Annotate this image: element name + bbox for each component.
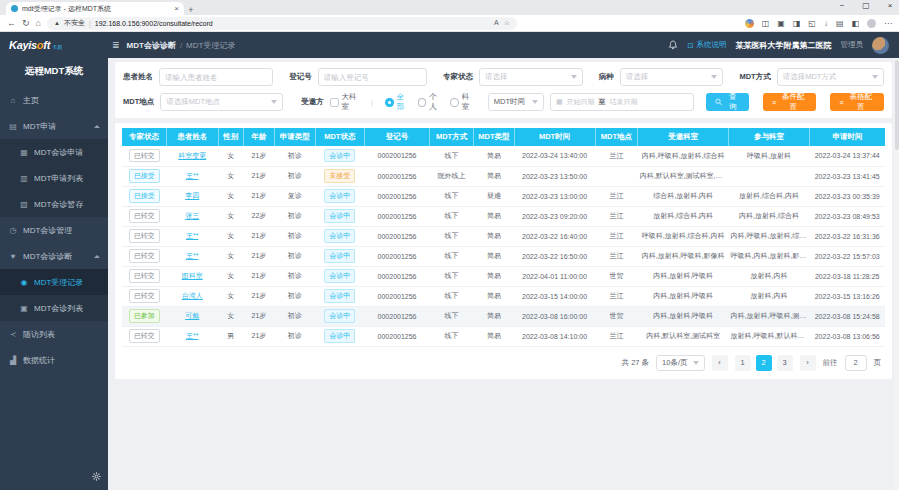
patient-name-link[interactable]: 王** (186, 252, 198, 259)
table-config-button[interactable]: ≡表格配置 (830, 93, 884, 111)
back-icon[interactable]: ← (7, 19, 16, 28)
expert-status-cell: 已转交 (122, 146, 166, 166)
url-field[interactable]: ▲ 不安全 | 192.168.0.156:9002/consultate/re… (47, 17, 517, 30)
sex-cell: 女 (218, 226, 243, 246)
patient-name-link[interactable]: 可戴 (185, 312, 199, 319)
sidebar-item-mdt-apply[interactable]: ▤MDT申请 (0, 113, 108, 139)
condition-config-button[interactable]: ≡条件配置 (763, 93, 817, 111)
patient-name-link[interactable]: 科室变更 (178, 152, 206, 159)
more-icon[interactable]: ⋯ (884, 19, 892, 28)
apply-type-cell: 初诊 (275, 166, 315, 186)
patient-name-input[interactable] (159, 68, 273, 86)
sidebar-item-accept-record[interactable]: ◉MDT受理记录 (0, 269, 108, 295)
mdt-status-cell: 会诊中 (315, 286, 365, 306)
maximize-button[interactable]: ▢ (861, 1, 871, 10)
sidebar-item-followup-list[interactable]: ≺随访列表 (0, 321, 108, 347)
notification-bell-icon[interactable] (668, 40, 678, 50)
invitee-radio-科室[interactable]: 科室 (450, 92, 476, 112)
table-row: 已转交王**女21岁初诊会诊中0002001256线下简易2022-03-22 … (122, 226, 885, 246)
page-button-1[interactable]: 1 (735, 355, 751, 371)
patient-name-link[interactable]: 王** (186, 232, 198, 239)
next-page-button[interactable]: › (800, 355, 816, 371)
register-no-cell: 0002001256 (365, 226, 430, 246)
mdt-mode-select[interactable]: 请选择MDT方式 (777, 68, 884, 86)
mdt-place-select[interactable]: 请选择MDT地点 (160, 93, 283, 111)
big-dept-checkbox[interactable]: 大科室 (330, 92, 363, 112)
downloads-icon[interactable]: ↓ (824, 19, 828, 28)
search-button[interactable]: 查询 (706, 93, 749, 111)
expert-status-cell: 已转交 (122, 266, 166, 286)
page-button-2[interactable]: 2 (756, 355, 772, 371)
breadcrumb: MDT会诊诊断 / MDT受理记录 (127, 40, 236, 51)
sidebar-item-apply-list[interactable]: ▥MDT申请列表 (0, 165, 108, 191)
mdt-place-cell: 兰江 (595, 226, 638, 246)
copilot-icon[interactable] (745, 19, 754, 28)
page-button-3[interactable]: 3 (777, 355, 793, 371)
minimize-button[interactable]: − (837, 1, 847, 10)
age-cell: 21岁 (243, 306, 274, 326)
records-table: 专家状态患者姓名性别年龄申请类型MDT状态登记号MDT方式MDT类型MDT时间M… (122, 128, 885, 347)
screenshot-icon[interactable]: ◱ (808, 19, 816, 28)
read-aloud-icon[interactable]: A (494, 19, 499, 27)
collections-icon[interactable]: ▣ (777, 19, 785, 28)
mdt-place-cell: 兰江 (595, 206, 638, 226)
chevron-down-icon (271, 100, 277, 104)
mdt-status-badge: 未接受 (324, 169, 355, 182)
extensions-icon[interactable]: ▤ (836, 19, 844, 28)
collapse-menu-icon[interactable]: ≣ (112, 40, 120, 50)
goto-page-input[interactable] (845, 355, 867, 371)
sidebar-item-statistics[interactable]: ▟数据统计 (0, 347, 108, 373)
register-no-input[interactable] (318, 68, 427, 86)
invitee-radio-全部[interactable]: 全部 (385, 92, 411, 112)
patient-name-link[interactable]: 台湾人 (182, 292, 203, 299)
tab-favicon (11, 5, 18, 12)
joined-depts-cell: 呼吸科,内科,放射科,影像科 (729, 246, 810, 266)
essentials-icon[interactable]: ◧ (851, 19, 859, 28)
new-tab-button[interactable]: + (184, 5, 198, 15)
radio-label: 个人 (429, 92, 443, 112)
expert-status-select[interactable]: 请选择 (479, 68, 583, 86)
mdt-time-cell: 2022-03-15 14:00:00 (514, 286, 595, 306)
expert-status-badge: 已参加 (129, 309, 160, 322)
patient-name-link[interactable]: 王** (186, 172, 198, 179)
table-row: 已接受李四女21岁复诊会诊中0002001256线下疑难2022-03-23 1… (122, 186, 885, 206)
patient-name-link[interactable]: 张三 (185, 212, 199, 219)
mdt-time-select[interactable]: MDT时间 (488, 93, 544, 111)
mdt-status-badge: 会诊中 (324, 249, 355, 262)
profile-icon[interactable] (867, 19, 876, 28)
favorites-icon[interactable]: ☆ (504, 19, 510, 27)
table-config-icon: ≡ (839, 99, 843, 106)
user-avatar[interactable] (872, 37, 889, 54)
sidebar-item-consult-draft[interactable]: ▧MDT会诊暂存 (0, 191, 108, 217)
consult-list-icon: ▣ (19, 304, 29, 313)
scrollbar[interactable] (894, 58, 899, 490)
page-size-select[interactable]: 10条/页 (656, 355, 704, 371)
patient-name-link[interactable]: 王** (186, 332, 198, 339)
sidebar-item-consult-list[interactable]: ▣MDT会诊列表 (0, 295, 108, 321)
apply-form-icon: ▦ (19, 148, 29, 157)
settings-gear-icon[interactable] (92, 467, 101, 485)
prev-page-button[interactable]: ‹ (712, 355, 728, 371)
date-range-picker[interactable]: ▦ 开始日期 至 结束日期 (550, 93, 694, 111)
split-screen-icon[interactable]: ◫ (762, 19, 770, 28)
sidebar-item-consult-apply[interactable]: ▦MDT会诊申请 (0, 139, 108, 165)
patient-name-link[interactable]: 图科室 (182, 272, 203, 279)
patient-name-link[interactable]: 李四 (185, 192, 199, 199)
tab-close-icon[interactable]: × (174, 5, 179, 13)
disease-select[interactable]: 请选择 (620, 68, 724, 86)
apply-time-cell: 2022-03-23 13:41:45 (809, 166, 885, 186)
radio-label: 全部 (397, 92, 411, 112)
close-button[interactable]: × (885, 1, 895, 10)
menu-label: 随访列表 (23, 329, 55, 340)
home-icon[interactable]: ⌂ (36, 19, 41, 28)
patient-name-cell: 张三 (166, 206, 218, 226)
system-help-link[interactable]: ⊡系统说明 (687, 40, 726, 50)
sidebar-item-consult-manage[interactable]: ◷MDT会诊管理 (0, 217, 108, 243)
sidebar-item-consult-diagnose[interactable]: ♥MDT会诊诊断 (0, 243, 108, 269)
refresh-icon[interactable]: ↻ (22, 19, 30, 28)
shopping-icon[interactable]: ◨ (793, 19, 801, 28)
sidebar-item-home[interactable]: ⌂主页 (0, 87, 108, 113)
browser-tab[interactable]: mdt受理记录 - 远程MDT系统 × (6, 2, 184, 15)
invitee-radio-个人[interactable]: 个人 (418, 92, 444, 112)
mdt-status-badge: 会诊中 (324, 269, 355, 282)
